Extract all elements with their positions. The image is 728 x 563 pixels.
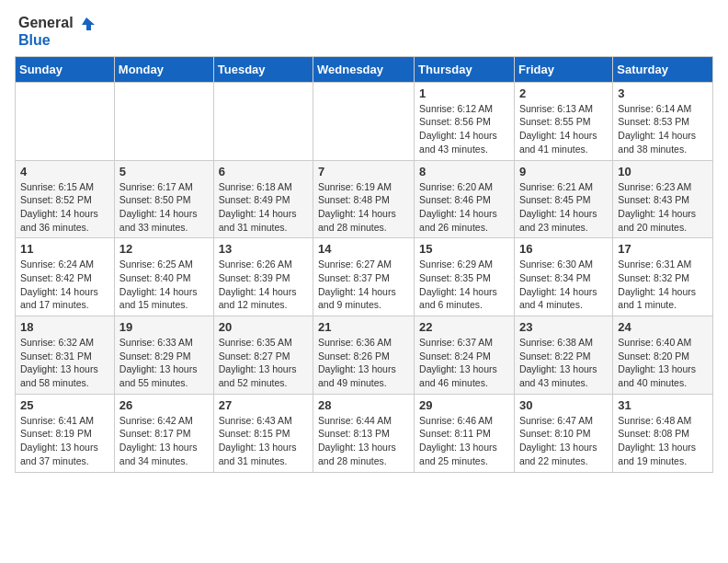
- day-info: Sunrise: 6:47 AM Sunset: 8:10 PM Dayligh…: [519, 414, 608, 468]
- day-info: Sunrise: 6:38 AM Sunset: 8:22 PM Dayligh…: [519, 336, 608, 390]
- calendar-day-cell: [213, 82, 313, 160]
- day-info: Sunrise: 6:25 AM Sunset: 8:40 PM Dayligh…: [119, 258, 209, 312]
- logo-bird-icon: [78, 16, 95, 32]
- day-number: 30: [519, 398, 608, 412]
- day-number: 3: [618, 86, 708, 100]
- day-info: Sunrise: 6:27 AM Sunset: 8:37 PM Dayligh…: [318, 258, 409, 312]
- day-number: 15: [419, 242, 509, 256]
- day-info: Sunrise: 6:21 AM Sunset: 8:45 PM Dayligh…: [519, 180, 608, 235]
- day-of-week-header: Saturday: [613, 56, 713, 82]
- calendar-day-cell: 21Sunrise: 6:36 AM Sunset: 8:26 PM Dayli…: [313, 316, 415, 395]
- day-number: 18: [20, 320, 109, 334]
- calendar-container: SundayMondayTuesdayWednesdayThursdayFrid…: [0, 56, 728, 480]
- calendar-day-cell: 18Sunrise: 6:32 AM Sunset: 8:31 PM Dayli…: [16, 316, 115, 395]
- calendar-table: SundayMondayTuesdayWednesdayThursdayFrid…: [15, 56, 713, 473]
- calendar-week-row: 25Sunrise: 6:41 AM Sunset: 8:19 PM Dayli…: [16, 394, 713, 472]
- day-number: 19: [119, 320, 209, 334]
- calendar-header-row: SundayMondayTuesdayWednesdayThursdayFrid…: [16, 56, 713, 82]
- day-info: Sunrise: 6:19 AM Sunset: 8:48 PM Dayligh…: [318, 180, 409, 235]
- calendar-day-cell: 5Sunrise: 6:17 AM Sunset: 8:50 PM Daylig…: [114, 160, 213, 238]
- day-number: 16: [519, 242, 608, 256]
- day-info: Sunrise: 6:12 AM Sunset: 8:56 PM Dayligh…: [419, 102, 509, 156]
- day-number: 29: [419, 398, 509, 412]
- day-number: 8: [419, 165, 509, 178]
- day-info: Sunrise: 6:43 AM Sunset: 8:15 PM Dayligh…: [219, 414, 308, 468]
- calendar-day-cell: 27Sunrise: 6:43 AM Sunset: 8:15 PM Dayli…: [213, 394, 313, 472]
- calendar-week-row: 1Sunrise: 6:12 AM Sunset: 8:56 PM Daylig…: [16, 82, 713, 160]
- calendar-day-cell: [16, 82, 115, 160]
- day-info: Sunrise: 6:29 AM Sunset: 8:35 PM Dayligh…: [419, 258, 509, 312]
- calendar-day-cell: 24Sunrise: 6:40 AM Sunset: 8:20 PM Dayli…: [613, 316, 713, 395]
- day-info: Sunrise: 6:18 AM Sunset: 8:49 PM Dayligh…: [219, 180, 308, 235]
- calendar-day-cell: 17Sunrise: 6:31 AM Sunset: 8:32 PM Dayli…: [613, 238, 713, 316]
- day-info: Sunrise: 6:24 AM Sunset: 8:42 PM Dayligh…: [20, 258, 109, 312]
- calendar-day-cell: 1Sunrise: 6:12 AM Sunset: 8:56 PM Daylig…: [415, 82, 515, 160]
- calendar-day-cell: 28Sunrise: 6:44 AM Sunset: 8:13 PM Dayli…: [313, 394, 415, 472]
- day-info: Sunrise: 6:20 AM Sunset: 8:46 PM Dayligh…: [419, 180, 509, 235]
- day-number: 5: [119, 165, 209, 178]
- logo: General Blue: [18, 15, 96, 49]
- calendar-day-cell: 22Sunrise: 6:37 AM Sunset: 8:24 PM Dayli…: [415, 316, 515, 395]
- logo-text: General Blue: [18, 15, 96, 49]
- day-number: 22: [419, 320, 509, 334]
- day-of-week-header: Friday: [514, 56, 612, 82]
- day-number: 17: [618, 242, 708, 256]
- day-of-week-header: Tuesday: [213, 56, 313, 82]
- page-header: General Blue: [0, 0, 728, 56]
- calendar-day-cell: 19Sunrise: 6:33 AM Sunset: 8:29 PM Dayli…: [114, 316, 213, 395]
- day-info: Sunrise: 6:48 AM Sunset: 8:08 PM Dayligh…: [618, 414, 708, 468]
- day-number: 25: [20, 398, 109, 412]
- calendar-day-cell: 23Sunrise: 6:38 AM Sunset: 8:22 PM Dayli…: [514, 316, 612, 395]
- day-info: Sunrise: 6:13 AM Sunset: 8:55 PM Dayligh…: [519, 102, 608, 156]
- day-of-week-header: Wednesday: [313, 56, 415, 82]
- calendar-day-cell: 9Sunrise: 6:21 AM Sunset: 8:45 PM Daylig…: [514, 160, 612, 238]
- calendar-day-cell: 25Sunrise: 6:41 AM Sunset: 8:19 PM Dayli…: [16, 394, 115, 472]
- day-info: Sunrise: 6:35 AM Sunset: 8:27 PM Dayligh…: [219, 336, 308, 390]
- day-info: Sunrise: 6:46 AM Sunset: 8:11 PM Dayligh…: [419, 414, 509, 468]
- day-number: 11: [20, 242, 109, 256]
- day-info: Sunrise: 6:37 AM Sunset: 8:24 PM Dayligh…: [419, 336, 509, 390]
- day-number: 13: [219, 242, 308, 256]
- day-info: Sunrise: 6:33 AM Sunset: 8:29 PM Dayligh…: [119, 336, 209, 390]
- calendar-day-cell: 31Sunrise: 6:48 AM Sunset: 8:08 PM Dayli…: [613, 394, 713, 472]
- calendar-day-cell: [114, 82, 213, 160]
- day-number: 12: [119, 242, 209, 256]
- day-info: Sunrise: 6:42 AM Sunset: 8:17 PM Dayligh…: [119, 414, 209, 468]
- day-number: 21: [318, 320, 409, 334]
- day-info: Sunrise: 6:44 AM Sunset: 8:13 PM Dayligh…: [318, 414, 409, 468]
- logo-blue: Blue: [18, 32, 51, 48]
- day-number: 1: [419, 86, 509, 100]
- day-info: Sunrise: 6:30 AM Sunset: 8:34 PM Dayligh…: [519, 258, 608, 312]
- day-info: Sunrise: 6:26 AM Sunset: 8:39 PM Dayligh…: [219, 258, 308, 312]
- day-info: Sunrise: 6:17 AM Sunset: 8:50 PM Dayligh…: [119, 180, 209, 235]
- day-of-week-header: Monday: [114, 56, 213, 82]
- calendar-day-cell: 15Sunrise: 6:29 AM Sunset: 8:35 PM Dayli…: [415, 238, 515, 316]
- day-number: 9: [519, 165, 608, 178]
- day-of-week-header: Thursday: [415, 56, 515, 82]
- day-of-week-header: Sunday: [16, 56, 115, 82]
- day-info: Sunrise: 6:14 AM Sunset: 8:53 PM Dayligh…: [618, 102, 708, 156]
- calendar-day-cell: 3Sunrise: 6:14 AM Sunset: 8:53 PM Daylig…: [613, 82, 713, 160]
- day-info: Sunrise: 6:41 AM Sunset: 8:19 PM Dayligh…: [20, 414, 109, 468]
- calendar-day-cell: 6Sunrise: 6:18 AM Sunset: 8:49 PM Daylig…: [213, 160, 313, 238]
- day-info: Sunrise: 6:23 AM Sunset: 8:43 PM Dayligh…: [618, 180, 708, 235]
- day-number: 10: [618, 165, 708, 178]
- day-number: 28: [318, 398, 409, 412]
- day-info: Sunrise: 6:15 AM Sunset: 8:52 PM Dayligh…: [20, 180, 109, 235]
- calendar-day-cell: 12Sunrise: 6:25 AM Sunset: 8:40 PM Dayli…: [114, 238, 213, 316]
- calendar-week-row: 11Sunrise: 6:24 AM Sunset: 8:42 PM Dayli…: [16, 238, 713, 316]
- day-number: 27: [219, 398, 308, 412]
- calendar-day-cell: 14Sunrise: 6:27 AM Sunset: 8:37 PM Dayli…: [313, 238, 415, 316]
- calendar-week-row: 4Sunrise: 6:15 AM Sunset: 8:52 PM Daylig…: [16, 160, 713, 238]
- calendar-day-cell: [313, 82, 415, 160]
- calendar-day-cell: 4Sunrise: 6:15 AM Sunset: 8:52 PM Daylig…: [16, 160, 115, 238]
- calendar-day-cell: 7Sunrise: 6:19 AM Sunset: 8:48 PM Daylig…: [313, 160, 415, 238]
- calendar-day-cell: 8Sunrise: 6:20 AM Sunset: 8:46 PM Daylig…: [415, 160, 515, 238]
- day-number: 24: [618, 320, 708, 334]
- calendar-day-cell: 29Sunrise: 6:46 AM Sunset: 8:11 PM Dayli…: [415, 394, 515, 472]
- logo-general: General: [18, 15, 74, 30]
- day-info: Sunrise: 6:31 AM Sunset: 8:32 PM Dayligh…: [618, 258, 708, 312]
- day-info: Sunrise: 6:32 AM Sunset: 8:31 PM Dayligh…: [20, 336, 109, 390]
- day-number: 26: [119, 398, 209, 412]
- calendar-day-cell: 20Sunrise: 6:35 AM Sunset: 8:27 PM Dayli…: [213, 316, 313, 395]
